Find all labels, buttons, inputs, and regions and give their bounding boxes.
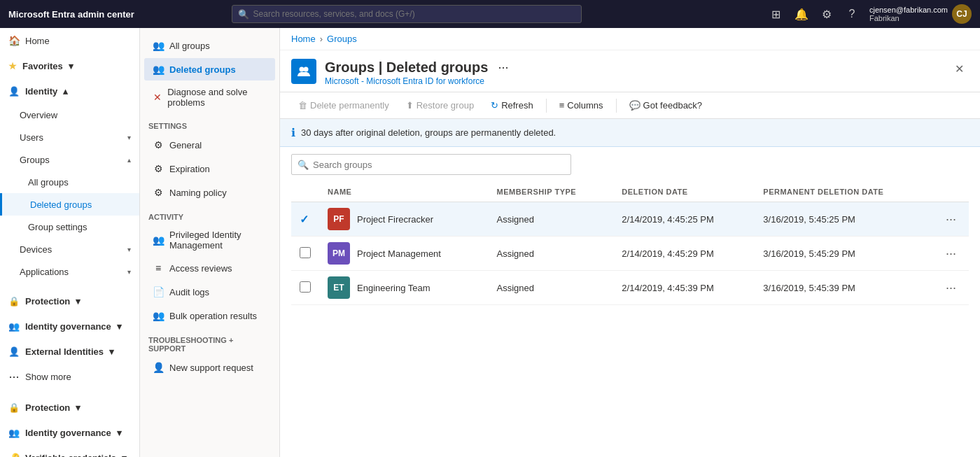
sidebar-item-home[interactable]: 🏠 Home xyxy=(0,28,139,53)
table-row[interactable]: ET Engineering Team Assigned 2/14/2019, … xyxy=(291,271,969,305)
global-search-input[interactable] xyxy=(253,9,575,19)
sidebar-item-overview[interactable]: Overview xyxy=(0,104,139,126)
sec-bulk-ops[interactable]: 👥 Bulk operation results xyxy=(144,304,275,327)
page-subtitle[interactable]: Microsoft - Microsoft Entra ID for workf… xyxy=(325,76,941,86)
table-row[interactable]: ✓ PF Project Firecracker Assigned 2/14/2… xyxy=(291,202,969,237)
breadcrumb-home[interactable]: Home xyxy=(291,34,316,44)
bulk-ops-icon: 👥 xyxy=(153,310,164,321)
sec-new-support[interactable]: 👤 New support request xyxy=(144,356,275,379)
user-initials: CJ xyxy=(956,9,967,19)
user-info: cjensen@fabrikan.com Fabrikan xyxy=(869,6,948,22)
help-icon[interactable]: ? xyxy=(843,5,861,23)
svg-point-0 xyxy=(300,67,304,72)
table-row[interactable]: PM Project Management Assigned 2/14/2019… xyxy=(291,237,969,271)
sidebar-item-group-settings[interactable]: Group settings xyxy=(0,216,139,238)
ext-icon: 👤 xyxy=(8,346,20,357)
delete-permanently-button[interactable]: 🗑 Delete permanently xyxy=(291,97,396,114)
new-support-icon: 👤 xyxy=(153,362,164,373)
toolbar-separator-2 xyxy=(616,99,617,113)
main-content: Home › Groups Groups | Deleted groups ··… xyxy=(280,28,980,457)
header-more-button[interactable]: ··· xyxy=(493,59,512,76)
troubleshooting-section-label: Troubleshooting + Support xyxy=(140,328,279,356)
sec-naming-policy[interactable]: ⚙ Naming policy xyxy=(144,181,275,204)
sidebar-item-protection[interactable]: 🔒 Protection ▾ xyxy=(0,288,139,314)
ig2-icon: 👥 xyxy=(8,428,20,438)
user-email: cjensen@fabrikan.com xyxy=(869,6,948,14)
col-check xyxy=(291,182,319,202)
restore-group-button[interactable]: ⬆ Restore group xyxy=(399,97,481,114)
sec-all-groups[interactable]: 👥 All groups xyxy=(144,34,275,57)
breadcrumb-groups[interactable]: Groups xyxy=(327,34,357,44)
columns-button[interactable]: ≡ Columns xyxy=(552,97,610,114)
sidebar-item-identity-governance2[interactable]: 👥 Identity governance ▾ xyxy=(0,420,139,445)
feedback-button[interactable]: 💬 Got feedback? xyxy=(622,97,710,114)
sidebar-item-verifiable-credentials[interactable]: 🔑 Verifiable credentials ▾ xyxy=(0,445,139,457)
sec-access-reviews[interactable]: ≡ Access reviews xyxy=(144,257,275,279)
access-reviews-label: Access reviews xyxy=(169,263,232,274)
access-reviews-icon: ≡ xyxy=(153,262,164,274)
refresh-button[interactable]: ↻ Refresh xyxy=(484,97,540,114)
settings-icon[interactable]: ⚙ xyxy=(818,5,836,23)
sidebar-item-show-more[interactable]: ··· Show more xyxy=(0,364,139,389)
table-wrapper: NAME MEMBERSHIP TYPE DELETION DATE PERMA… xyxy=(280,182,980,457)
row-more-button[interactable]: ··· xyxy=(941,211,960,228)
search-input[interactable] xyxy=(313,160,565,170)
groups-header-icon xyxy=(297,64,311,78)
sidebar-item-users[interactable]: Users ▾ xyxy=(0,126,139,148)
row-checkbox[interactable] xyxy=(300,247,311,258)
ig2-chevron: ▾ xyxy=(117,428,122,438)
notifications-icon[interactable]: 🔔 xyxy=(792,5,811,23)
row-more-button[interactable]: ··· xyxy=(941,245,960,262)
general-icon: ⚙ xyxy=(153,139,164,150)
sidebar-item-favorites[interactable]: ★ Favorites ▾ xyxy=(0,53,139,78)
row-more-button[interactable]: ··· xyxy=(941,279,960,297)
group-avatar: PF xyxy=(328,208,350,230)
diagnose-icon: ✕ xyxy=(153,92,162,103)
portal-icon[interactable]: ⊞ xyxy=(767,5,785,23)
pim-icon: 👥 xyxy=(153,234,164,246)
page-header-icon xyxy=(291,59,316,84)
row-checkbox[interactable] xyxy=(300,281,311,293)
deleted-groups-label: Deleted groups xyxy=(169,64,236,75)
sec-deleted-groups[interactable]: 👥 Deleted groups xyxy=(144,58,275,80)
page-close-button[interactable]: ✕ xyxy=(949,59,969,78)
search-wrapper: 🔍 xyxy=(280,147,980,182)
sidebar-item-protection2[interactable]: 🔒 Protection ▾ xyxy=(0,395,139,420)
row-avatar-cell: ET Engineering Team xyxy=(328,276,480,299)
search-bar: 🔍 xyxy=(291,154,571,175)
ig-icon: 👥 xyxy=(8,321,20,332)
sidebar-item-identity[interactable]: 👤 Identity ▴ xyxy=(0,78,139,104)
breadcrumb-sep-1: › xyxy=(320,34,323,44)
ig-chevron: ▾ xyxy=(117,321,122,332)
overview-label: Overview xyxy=(20,110,57,120)
favorites-icon: ★ xyxy=(8,61,17,71)
row-permanent-deletion-date: 3/16/2019, 5:45:29 PM xyxy=(755,237,933,271)
home-icon: 🏠 xyxy=(8,35,20,46)
expiration-label: Expiration xyxy=(169,164,210,174)
user-profile[interactable]: cjensen@fabrikan.com Fabrikan CJ xyxy=(869,4,972,24)
sidebar-item-all-groups[interactable]: All groups xyxy=(0,171,139,193)
top-nav-icons: ⊞ 🔔 ⚙ ? xyxy=(767,5,861,23)
toolbar-separator xyxy=(546,99,547,113)
breadcrumb: Home › Groups xyxy=(280,28,980,50)
sec-expiration[interactable]: ⚙ Expiration xyxy=(144,157,275,180)
sidebar-item-identity-governance[interactable]: 👥 Identity governance ▾ xyxy=(0,314,139,339)
sidebar-item-groups[interactable]: Groups ▴ xyxy=(0,148,139,171)
sec-audit-logs[interactable]: 📄 Audit logs xyxy=(144,281,275,303)
sidebar-item-devices[interactable]: Devices ▾ xyxy=(0,238,139,260)
sec-general[interactable]: ⚙ General xyxy=(144,134,275,156)
sidebar-item-external-identities[interactable]: 👤 External Identities ▾ xyxy=(0,339,139,364)
row-permanent-deletion-date: 3/16/2019, 5:45:25 PM xyxy=(755,202,933,237)
row-check-cell: ✓ xyxy=(291,202,319,237)
sec-diagnose[interactable]: ✕ Diagnose and solve problems xyxy=(144,82,275,113)
col-actions xyxy=(933,182,969,202)
sidebar-item-deleted-groups[interactable]: Deleted groups xyxy=(0,193,139,216)
row-name: Project Firecracker xyxy=(357,214,433,225)
sec-pim[interactable]: 👥 Privileged Identity Management xyxy=(144,225,275,255)
global-search[interactable]: 🔍 xyxy=(232,5,582,23)
feedback-label: Got feedback? xyxy=(643,100,703,111)
sidebar-item-applications[interactable]: Applications ▾ xyxy=(0,260,139,283)
user-avatar[interactable]: CJ xyxy=(952,4,972,24)
diagnose-label: Diagnose and solve problems xyxy=(167,87,267,108)
restore-group-label: Restore group xyxy=(416,100,474,111)
